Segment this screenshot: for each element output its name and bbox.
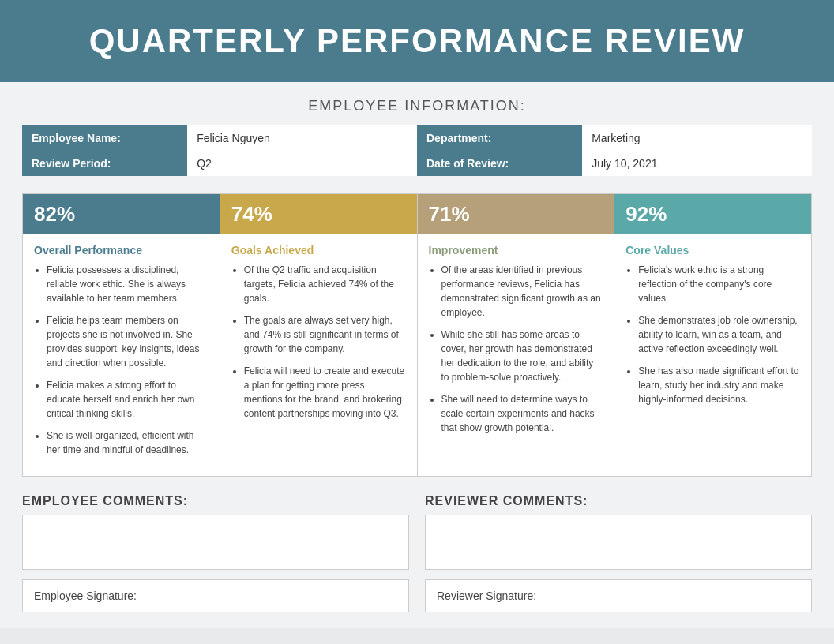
review-period-value: Q2 <box>187 151 417 176</box>
employee-comments-label: EMPLOYEE COMMENTS: <box>22 494 409 508</box>
reviewer-comment-block: REVIEWER COMMENTS: <box>425 494 812 570</box>
list-item: Felicia helps team members on projects s… <box>47 313 208 370</box>
main-content: EMPLOYEE INFORMATION: Employee Name: Fel… <box>0 82 834 628</box>
metric-col-overall: 82%Overall PerformanceFelicia possesses … <box>23 194 220 476</box>
metric-content-goals: Of the Q2 traffic and acquisition target… <box>220 263 417 468</box>
list-item: Of the areas identified in previous perf… <box>441 263 603 320</box>
signature-row: Employee Signature: Reviewer Signature: <box>22 579 812 612</box>
list-item: The goals are always set very high, and … <box>244 313 406 356</box>
page-header: QUARTERLY PERFORMANCE REVIEW <box>0 0 834 82</box>
metric-col-improvement: 71%ImprovementOf the areas identified in… <box>418 194 615 476</box>
reviewer-comments-label: REVIEWER COMMENTS: <box>425 494 812 508</box>
list-item: Of the Q2 traffic and acquisition target… <box>244 263 406 305</box>
metric-col-core: 92%Core ValuesFelicia's work ethic is a … <box>614 194 811 476</box>
metric-content-improvement: Of the areas identified in previous perf… <box>418 263 614 468</box>
date-value: July 10, 2021 <box>582 151 812 176</box>
name-value: Felicia Nguyen <box>187 125 417 151</box>
list-item: She demonstrates job role ownership, abi… <box>638 313 800 356</box>
metric-title-improvement: Improvement <box>429 244 603 256</box>
list-item: She has also made significant effort to … <box>638 364 800 406</box>
department-value: Marketing <box>582 125 812 151</box>
page-title: QUARTERLY PERFORMANCE REVIEW <box>16 22 818 60</box>
date-label: Date of Review: <box>417 151 582 176</box>
list-item: Felicia possesses a disciplined, reliabl… <box>47 263 208 305</box>
employee-signature-block: Employee Signature: <box>22 579 409 612</box>
list-item: Felicia makes a strong effort to educate… <box>47 378 208 421</box>
metric-content-overall: Felicia possesses a disciplined, reliabl… <box>23 263 220 476</box>
metric-bar-core: 92% <box>614 194 811 234</box>
metric-title-overall: Overall Performance <box>34 244 208 256</box>
employee-comment-block: EMPLOYEE COMMENTS: <box>22 494 409 570</box>
list-item: She is well-organized, efficient with he… <box>47 429 208 457</box>
department-label: Department: <box>417 125 582 151</box>
reviewer-comment-box[interactable] <box>425 515 812 570</box>
employee-info-title: EMPLOYEE INFORMATION: <box>22 98 812 114</box>
metrics-container: 82%Overall PerformanceFelicia possesses … <box>22 193 812 477</box>
metric-content-core: Felicia's work ethic is a strong reflect… <box>614 263 811 468</box>
list-item: She will need to determine ways to scale… <box>441 392 603 435</box>
list-item: Felicia will need to create and execute … <box>244 364 406 421</box>
metric-title-goals: Goals Achieved <box>231 244 406 256</box>
review-period-label: Review Period: <box>22 151 187 176</box>
reviewer-signature-block: Reviewer Signature: <box>425 579 812 612</box>
comments-section: EMPLOYEE COMMENTS: REVIEWER COMMENTS: <box>22 494 812 570</box>
list-item: While she still has some areas to cover,… <box>441 328 603 384</box>
employee-comment-box[interactable] <box>22 515 409 570</box>
name-label: Employee Name: <box>22 125 187 151</box>
metric-col-goals: 74%Goals AchievedOf the Q2 traffic and a… <box>220 194 418 476</box>
metric-bar-goals: 74% <box>220 194 417 234</box>
metric-bar-improvement: 71% <box>418 194 614 234</box>
employee-info-table: Employee Name: Felicia Nguyen Department… <box>22 125 812 176</box>
metric-bar-overall: 82% <box>23 194 220 234</box>
metric-title-core: Core Values <box>626 244 800 256</box>
employee-signature-label: Employee Signature: <box>34 590 137 602</box>
reviewer-signature-label: Reviewer Signature: <box>437 590 536 602</box>
list-item: Felicia's work ethic is a strong reflect… <box>638 263 800 305</box>
